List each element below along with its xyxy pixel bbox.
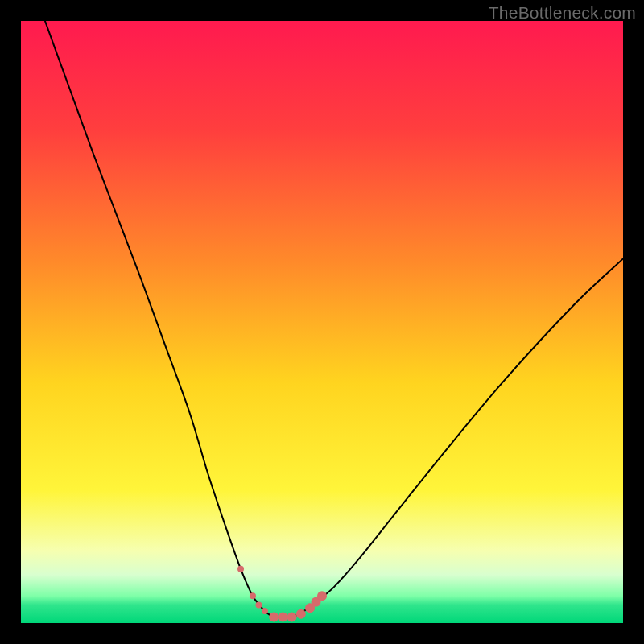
curve-marker [250,592,256,599]
curve-marker [237,566,244,572]
curve-marker [278,613,287,622]
plot-area [21,21,623,623]
curve-marker [296,609,306,619]
curve-marker [317,591,327,601]
chart-frame: TheBottleneck.com [0,0,644,644]
gradient-background [21,21,623,623]
curve-marker [262,608,268,614]
curve-marker [269,613,279,622]
curve-marker [287,613,297,622]
watermark-text: TheBottleneck.com [489,3,636,23]
curve-marker [255,602,262,609]
bottleneck-chart [21,21,623,623]
